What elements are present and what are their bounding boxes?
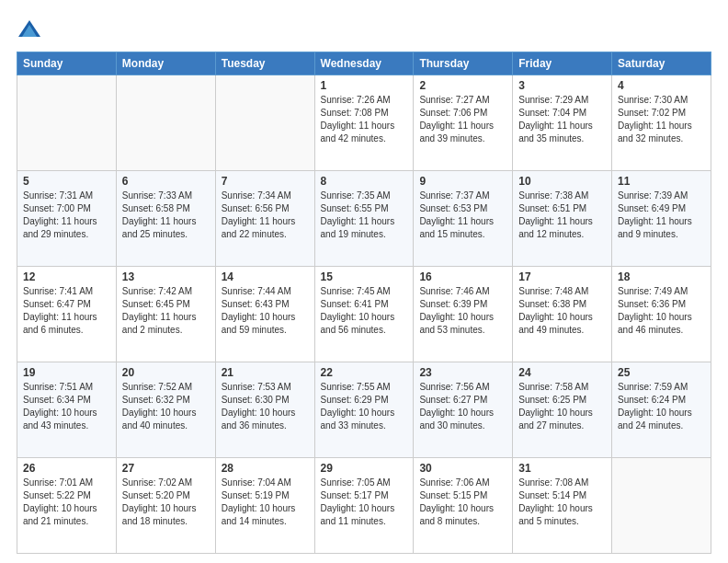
day-header-wednesday: Wednesday xyxy=(314,52,414,75)
day-number: 25 xyxy=(618,366,705,379)
calendar-cell: 7Sunrise: 7:34 AM Sunset: 6:56 PM Daylig… xyxy=(215,171,314,267)
calendar-cell: 30Sunrise: 7:06 AM Sunset: 5:15 PM Dayli… xyxy=(414,458,513,554)
day-header-sunday: Sunday xyxy=(17,52,117,75)
day-number: 23 xyxy=(419,366,506,379)
calendar-cell: 8Sunrise: 7:35 AM Sunset: 6:55 PM Daylig… xyxy=(314,171,414,267)
day-info: Sunrise: 7:08 AM Sunset: 5:14 PM Dayligh… xyxy=(518,477,606,528)
day-number: 26 xyxy=(23,462,110,475)
calendar-cell: 24Sunrise: 7:58 AM Sunset: 6:25 PM Dayli… xyxy=(513,362,612,458)
day-number: 3 xyxy=(518,79,606,92)
day-number: 7 xyxy=(222,175,309,188)
calendar-table: SundayMondayTuesdayWednesdayThursdayFrid… xyxy=(17,52,711,554)
day-number: 29 xyxy=(321,462,408,475)
calendar-cell: 19Sunrise: 7:51 AM Sunset: 6:34 PM Dayli… xyxy=(17,362,117,458)
day-info: Sunrise: 7:53 AM Sunset: 6:30 PM Dayligh… xyxy=(222,381,309,432)
day-info: Sunrise: 7:38 AM Sunset: 6:51 PM Dayligh… xyxy=(518,190,606,241)
day-header-tuesday: Tuesday xyxy=(215,52,314,75)
calendar-cell: 14Sunrise: 7:44 AM Sunset: 6:43 PM Dayli… xyxy=(215,267,314,362)
calendar-cell: 15Sunrise: 7:45 AM Sunset: 6:41 PM Dayli… xyxy=(314,267,414,362)
day-info: Sunrise: 7:56 AM Sunset: 6:27 PM Dayligh… xyxy=(419,381,506,432)
day-info: Sunrise: 7:33 AM Sunset: 6:58 PM Dayligh… xyxy=(122,190,210,241)
day-info: Sunrise: 7:49 AM Sunset: 6:36 PM Dayligh… xyxy=(618,285,705,337)
day-info: Sunrise: 7:35 AM Sunset: 6:55 PM Dayligh… xyxy=(321,190,408,241)
calendar-cell: 29Sunrise: 7:05 AM Sunset: 5:17 PM Dayli… xyxy=(314,458,414,554)
day-info: Sunrise: 7:06 AM Sunset: 5:15 PM Dayligh… xyxy=(419,477,506,528)
day-number: 27 xyxy=(122,462,210,475)
day-info: Sunrise: 7:42 AM Sunset: 6:45 PM Dayligh… xyxy=(122,285,210,337)
day-number: 9 xyxy=(419,175,506,188)
day-info: Sunrise: 7:51 AM Sunset: 6:34 PM Dayligh… xyxy=(23,381,110,432)
day-number: 28 xyxy=(222,462,309,475)
page: SundayMondayTuesdayWednesdayThursdayFrid… xyxy=(0,0,728,563)
calendar-cell: 5Sunrise: 7:31 AM Sunset: 7:00 PM Daylig… xyxy=(17,171,117,267)
calendar-week-row: 12Sunrise: 7:41 AM Sunset: 6:47 PM Dayli… xyxy=(17,267,711,362)
day-info: Sunrise: 7:55 AM Sunset: 6:29 PM Dayligh… xyxy=(321,381,408,432)
calendar-cell: 13Sunrise: 7:42 AM Sunset: 6:45 PM Dayli… xyxy=(116,267,215,362)
calendar-cell: 9Sunrise: 7:37 AM Sunset: 6:53 PM Daylig… xyxy=(414,171,513,267)
day-info: Sunrise: 7:59 AM Sunset: 6:24 PM Dayligh… xyxy=(618,381,705,432)
day-info: Sunrise: 7:05 AM Sunset: 5:17 PM Dayligh… xyxy=(321,477,408,528)
day-info: Sunrise: 7:27 AM Sunset: 7:06 PM Dayligh… xyxy=(419,94,506,145)
calendar-cell: 31Sunrise: 7:08 AM Sunset: 5:14 PM Dayli… xyxy=(513,458,612,554)
day-header-thursday: Thursday xyxy=(414,52,513,75)
day-info: Sunrise: 7:45 AM Sunset: 6:41 PM Dayligh… xyxy=(321,285,408,337)
calendar-cell: 20Sunrise: 7:52 AM Sunset: 6:32 PM Dayli… xyxy=(116,362,215,458)
day-info: Sunrise: 7:41 AM Sunset: 6:47 PM Dayligh… xyxy=(23,285,110,337)
day-info: Sunrise: 7:37 AM Sunset: 6:53 PM Dayligh… xyxy=(419,190,506,241)
day-info: Sunrise: 7:01 AM Sunset: 5:22 PM Dayligh… xyxy=(23,477,110,528)
day-number: 2 xyxy=(419,79,506,92)
day-info: Sunrise: 7:30 AM Sunset: 7:02 PM Dayligh… xyxy=(618,94,705,145)
day-info: Sunrise: 7:31 AM Sunset: 7:00 PM Dayligh… xyxy=(23,190,110,241)
day-number: 22 xyxy=(321,366,408,379)
day-number: 30 xyxy=(419,462,506,475)
calendar-week-row: 26Sunrise: 7:01 AM Sunset: 5:22 PM Dayli… xyxy=(17,458,711,554)
calendar-cell: 6Sunrise: 7:33 AM Sunset: 6:58 PM Daylig… xyxy=(116,171,215,267)
day-number: 16 xyxy=(419,270,506,283)
day-number: 6 xyxy=(122,175,210,188)
day-header-friday: Friday xyxy=(513,52,612,75)
day-info: Sunrise: 7:39 AM Sunset: 6:49 PM Dayligh… xyxy=(618,190,705,241)
calendar-cell xyxy=(215,75,314,171)
calendar-cell xyxy=(17,75,117,171)
day-info: Sunrise: 7:26 AM Sunset: 7:08 PM Dayligh… xyxy=(321,94,408,145)
day-number: 31 xyxy=(518,462,606,475)
day-number: 19 xyxy=(23,366,110,379)
calendar-cell: 18Sunrise: 7:49 AM Sunset: 6:36 PM Dayli… xyxy=(612,267,711,362)
calendar-cell: 10Sunrise: 7:38 AM Sunset: 6:51 PM Dayli… xyxy=(513,171,612,267)
day-header-monday: Monday xyxy=(116,52,215,75)
header xyxy=(17,17,711,42)
day-number: 24 xyxy=(518,366,606,379)
calendar-header-row: SundayMondayTuesdayWednesdayThursdayFrid… xyxy=(17,52,711,75)
day-info: Sunrise: 7:52 AM Sunset: 6:32 PM Dayligh… xyxy=(122,381,210,432)
calendar-week-row: 5Sunrise: 7:31 AM Sunset: 7:00 PM Daylig… xyxy=(17,171,711,267)
calendar-cell: 27Sunrise: 7:02 AM Sunset: 5:20 PM Dayli… xyxy=(116,458,215,554)
calendar-cell: 12Sunrise: 7:41 AM Sunset: 6:47 PM Dayli… xyxy=(17,267,117,362)
day-number: 10 xyxy=(518,175,606,188)
calendar-cell: 28Sunrise: 7:04 AM Sunset: 5:19 PM Dayli… xyxy=(215,458,314,554)
day-number: 15 xyxy=(321,270,408,283)
calendar-cell: 4Sunrise: 7:30 AM Sunset: 7:02 PM Daylig… xyxy=(612,75,711,171)
day-number: 21 xyxy=(222,366,309,379)
calendar-cell: 25Sunrise: 7:59 AM Sunset: 6:24 PM Dayli… xyxy=(612,362,711,458)
day-info: Sunrise: 7:02 AM Sunset: 5:20 PM Dayligh… xyxy=(122,477,210,528)
calendar-cell: 22Sunrise: 7:55 AM Sunset: 6:29 PM Dayli… xyxy=(314,362,414,458)
day-number: 20 xyxy=(122,366,210,379)
day-number: 1 xyxy=(321,79,408,92)
day-info: Sunrise: 7:44 AM Sunset: 6:43 PM Dayligh… xyxy=(222,285,309,337)
calendar-cell xyxy=(612,458,711,554)
day-number: 14 xyxy=(222,270,309,283)
day-number: 5 xyxy=(23,175,110,188)
calendar-cell: 2Sunrise: 7:27 AM Sunset: 7:06 PM Daylig… xyxy=(414,75,513,171)
calendar-week-row: 19Sunrise: 7:51 AM Sunset: 6:34 PM Dayli… xyxy=(17,362,711,458)
day-number: 4 xyxy=(618,79,705,92)
day-number: 18 xyxy=(618,270,705,283)
day-info: Sunrise: 7:29 AM Sunset: 7:04 PM Dayligh… xyxy=(518,94,606,145)
day-number: 8 xyxy=(321,175,408,188)
logo xyxy=(17,17,46,42)
calendar-cell: 3Sunrise: 7:29 AM Sunset: 7:04 PM Daylig… xyxy=(513,75,612,171)
calendar-week-row: 1Sunrise: 7:26 AM Sunset: 7:08 PM Daylig… xyxy=(17,75,711,171)
day-info: Sunrise: 7:04 AM Sunset: 5:19 PM Dayligh… xyxy=(222,477,309,528)
day-number: 17 xyxy=(518,270,606,283)
calendar-cell: 26Sunrise: 7:01 AM Sunset: 5:22 PM Dayli… xyxy=(17,458,117,554)
calendar-cell: 16Sunrise: 7:46 AM Sunset: 6:39 PM Dayli… xyxy=(414,267,513,362)
